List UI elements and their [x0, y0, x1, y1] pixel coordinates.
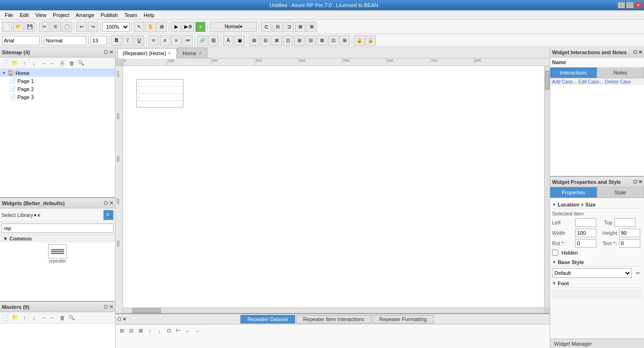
format-btn2[interactable]: ⊟ [260, 35, 271, 46]
edit-case-link[interactable]: Edit Case... [578, 79, 603, 84]
interactions-expand-icon[interactable]: ⬡ [633, 50, 637, 55]
masters-indent[interactable]: → [39, 314, 48, 322]
tree-item-page1[interactable]: 📄 Page 1 [0, 77, 115, 85]
widgets-search-button[interactable]: 🔍 [103, 210, 114, 220]
bottom-tool-1[interactable]: ⊞ [117, 327, 126, 335]
widgets-expand-icon[interactable]: ⬡ [104, 200, 108, 206]
unlink-button[interactable]: ⛓ [208, 35, 219, 46]
repeater-widget[interactable]: repeater [0, 242, 115, 265]
menu-edit[interactable]: Edit [17, 11, 32, 19]
tab-properties[interactable]: Properties [550, 187, 597, 198]
style-edit-btn[interactable]: ✏ [634, 269, 642, 277]
masters-expand-icon[interactable]: ⬡ [104, 304, 108, 309]
save-button[interactable]: 💾 [25, 22, 35, 32]
bottom-tool-2[interactable]: ⊟ [127, 327, 135, 335]
menu-team[interactable]: Team [122, 11, 140, 19]
menu-file[interactable]: File [2, 11, 16, 19]
canvas-repeater-widget[interactable]: 1 2 3 [136, 79, 183, 108]
cut-button[interactable]: ✂ [39, 22, 50, 32]
masters-close-icon[interactable]: ✕ [109, 304, 113, 309]
new-button[interactable]: 📄 [2, 22, 12, 32]
link-button[interactable]: 🔗 [197, 35, 207, 46]
maximize-button[interactable]: □ [626, 2, 634, 8]
font-style-input[interactable] [44, 36, 86, 45]
tab-style[interactable]: Style [597, 187, 644, 198]
format-btn9[interactable]: ⊞ [339, 35, 350, 46]
bottom-tool-4[interactable]: ↑ [146, 327, 154, 335]
format-btn7[interactable]: ⊠ [317, 35, 327, 46]
properties-expand-icon[interactable]: ⬡ [633, 179, 637, 184]
masters-outdent[interactable]: ← [49, 314, 57, 322]
bottom-tab-formatting[interactable]: Repeater Formatting [372, 315, 434, 323]
masters-delete[interactable]: 🗑 [58, 314, 66, 322]
sitemap-delete[interactable]: 🗑 [67, 59, 76, 67]
underline-button[interactable]: U [134, 35, 144, 46]
add-case-link[interactable]: Add Case... [552, 79, 577, 84]
format-btn1[interactable]: ⊞ [249, 35, 259, 46]
menu-project[interactable]: Project [50, 11, 72, 19]
canvas-vscroll-thumb[interactable] [545, 71, 550, 90]
font-size-input[interactable] [91, 36, 107, 45]
menu-view[interactable]: View [33, 11, 50, 19]
tab-interactions[interactable]: Interactions [550, 67, 597, 78]
distribute-h[interactable]: ⊠ [295, 22, 305, 32]
preview-button[interactable]: ▶ [171, 22, 182, 32]
sitemap-down[interactable]: ↓ [30, 59, 38, 67]
font-family-input[interactable] [2, 36, 40, 45]
bottom-tool-3[interactable]: ⊠ [136, 327, 145, 335]
bottom-tool-5[interactable]: ↓ [155, 327, 164, 335]
bottom-tab-dataset[interactable]: Repeater Dataset [240, 315, 295, 323]
widgets-search-input[interactable] [1, 224, 114, 233]
align-text-left[interactable]: ≡ [149, 35, 159, 46]
open-button[interactable]: 📂 [13, 22, 24, 32]
canvas-hscroll-thumb[interactable] [132, 308, 161, 313]
delete-case-link[interactable]: Delete Case [605, 79, 631, 84]
canvas-vscroll[interactable] [544, 66, 550, 307]
hidden-checkbox[interactable] [552, 249, 558, 256]
base-style-select[interactable]: Default [552, 268, 632, 278]
style-dropdown[interactable]: Normal ▾ [210, 22, 257, 32]
bottom-close-icon[interactable]: ✕ [123, 316, 126, 322]
sitemap-add-folder[interactable]: 📁 [11, 59, 19, 67]
masters-search[interactable]: 🔍 [67, 314, 76, 322]
bottom-tool-7[interactable]: ⊢ [174, 327, 182, 335]
close-button[interactable]: ✕ [635, 2, 642, 8]
widgets-close-icon[interactable]: ✕ [109, 200, 113, 206]
copy-button[interactable]: ⎘ [50, 22, 61, 32]
format-btn5[interactable]: ⊞ [294, 35, 305, 46]
bottom-tool-9[interactable]: → [193, 327, 201, 335]
sitemap-search[interactable]: 🔍 [77, 59, 85, 67]
paste-button[interactable]: 📋 [62, 22, 72, 32]
sitemap-outdent[interactable]: ← [49, 59, 57, 67]
canvas-hscroll[interactable] [123, 307, 544, 313]
align-text-right[interactable]: ≡ [171, 35, 182, 46]
minimize-button[interactable]: − [618, 2, 625, 8]
hand-tool[interactable]: ✋ [145, 22, 156, 32]
crop-tool[interactable]: ⊞ [157, 22, 167, 32]
lock-button[interactable]: 🔒 [354, 35, 364, 46]
align-text-center[interactable]: ≡ [160, 35, 170, 46]
generate-button[interactable]: ⚡ [195, 22, 206, 32]
height-input[interactable] [619, 229, 640, 237]
format-btn3[interactable]: ⊠ [272, 35, 282, 46]
sitemap-add-page[interactable]: 📄 [1, 59, 10, 67]
masters-add-folder[interactable]: 📁 [11, 314, 19, 322]
top-input[interactable] [614, 218, 636, 227]
sitemap-expand-icon[interactable]: ⬡ [104, 50, 108, 55]
tree-item-page2[interactable]: 📄 Page 2 [0, 85, 115, 93]
tab-notes[interactable]: Notes [597, 67, 644, 78]
format-btn6[interactable]: ⊟ [305, 35, 316, 46]
properties-close-icon[interactable]: ✕ [638, 179, 642, 184]
bold-button[interactable]: B [111, 35, 122, 46]
zoom-select[interactable]: 100% 75% 50% 150% [102, 22, 130, 32]
group[interactable]: ⊞ [306, 22, 317, 32]
pointer-tool[interactable]: ↖ [134, 22, 144, 32]
align-center[interactable]: ⊟ [272, 22, 283, 32]
sitemap-duplicate[interactable]: ⎘ [58, 59, 66, 67]
masters-add-icon[interactable]: 📄 [1, 314, 10, 322]
tree-item-page3[interactable]: 📄 Page 3 [0, 93, 115, 101]
masters-up[interactable]: ↑ [20, 314, 29, 322]
bottom-tool-6[interactable]: ⊡ [165, 327, 173, 335]
preview-options[interactable]: ▶⚙ [182, 22, 194, 32]
menu-arrange[interactable]: Arrange [73, 11, 97, 19]
